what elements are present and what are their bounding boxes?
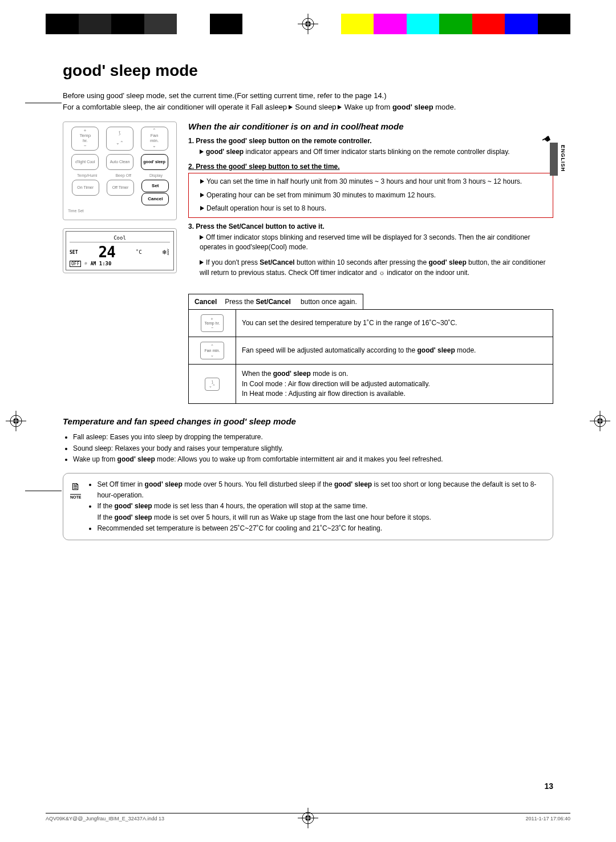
language-tab: ENGLISH [558,141,566,175]
ontimer-button: On Timer [72,180,99,196]
temp-icon: ＋Temp hr.− [201,314,224,332]
cancel-button: Cancel [141,193,169,205]
temp-button: ＋Temphr.− [71,127,99,151]
crop-mark [25,491,62,491]
lcd-display: Cool SET 24 ˚C ❄⦚ OFF ☼ AM 1:30 [66,231,174,270]
section-heading: When the air conditioner is on and in co… [188,122,553,131]
dlight-button: d'light Cool [71,154,99,170]
registration-mark-icon [298,14,318,34]
goodsleep-button: good' sleep [141,154,168,170]
offtimer-button: Off Timer [107,180,134,196]
note-icon: 🗎NOTE [70,479,81,534]
print-footer: AQV09K&Y@@_Jungfrau_IBIM_E_32437A.indd 1… [46,813,570,821]
instructions-column: When the air conditioner is on and in co… [188,122,553,404]
page: ENGLISH good' sleep mode Before using go… [0,0,616,842]
page-title: good' sleep mode [63,62,553,80]
table-row: ＋Temp hr.− You can set the desired tempe… [189,310,553,337]
info-table: ＋Temp hr.− You can set the desired tempe… [188,309,553,404]
autoclean-button: Auto Clean [106,154,133,170]
bullet-list: Fall asleep: Eases you into sleep by dro… [63,432,553,465]
fan-button: ⌃Fanmin.⌄ [141,127,168,151]
step-3: 3. Press the Set/Cancel button to active… [188,222,553,230]
note-box: 🗎NOTE Set Off timer in good' sleep mode … [63,473,553,540]
fan-icon: ⌃Fan min.⌄ [200,342,224,359]
content-area: ENGLISH good' sleep mode Before using go… [63,62,553,791]
table-row: ⟆⌄⌃ When the good' sleep mode is on.In C… [189,365,553,404]
intro-text: Before using good' sleep mode, set the c… [63,90,553,112]
airflow-button: ⟆⌄⌃ [106,127,133,151]
set-button: Set [141,180,169,192]
crop-mark [25,103,62,103]
highlighted-box: You can set the time in half hourly unit… [188,173,553,217]
registration-mark-icon [590,411,610,431]
registration-mark-icon [6,411,26,431]
table-row: ⌃Fan min.⌄ Fan speed will be adjusted au… [189,337,553,365]
cancel-box: CancelPress the Set/Cancel button once a… [188,294,363,310]
section-heading-2: Temperature and fan speed changes in goo… [63,416,553,426]
airflow-icon: ⟆⌄⌃ [205,378,220,391]
language-marker [550,143,558,176]
step-1: 1. Press the good' sleep button on the r… [188,137,553,145]
step-2: 2. Press the good' sleep button to set t… [188,163,553,171]
page-number: 13 [544,782,553,791]
remote-illustration: ＋Temphr.− ⟆⌄⌃ ⌃Fanmin.⌄ d'light Cool Aut… [63,122,177,404]
